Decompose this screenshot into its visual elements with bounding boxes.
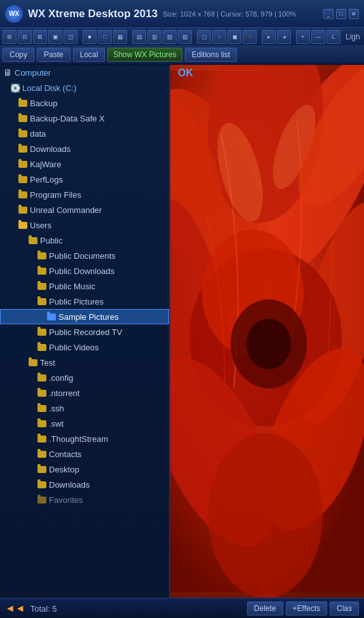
folder-icon-data <box>18 128 28 139</box>
copy-button[interactable]: Copy <box>3 48 34 62</box>
tb-icon-5[interactable]: ◫ <box>64 30 78 44</box>
downloads-user-label: Downloads <box>49 480 90 490</box>
tree-item-local-disk[interactable]: 💽 Local Disk (C:) <box>0 80 169 95</box>
tb-icon-2[interactable]: ⊟ <box>18 30 32 44</box>
tree-item-public[interactable]: Public <box>0 233 169 248</box>
public-label: Public <box>40 236 62 245</box>
tree-item-thoughtstream[interactable]: .ThoughtStream <box>0 431 169 446</box>
tree-item-ntorrent[interactable]: .ntorrent <box>0 385 169 401</box>
folder-icon-backup <box>18 98 28 108</box>
folder-icon-program-files <box>18 189 28 200</box>
tree-item-data[interactable]: data <box>0 126 169 141</box>
tb-icon-1[interactable]: ⊞ <box>3 30 17 44</box>
tree-item-favorites[interactable]: Favorites <box>0 492 169 507</box>
maximize-button[interactable]: □ <box>336 9 346 19</box>
delete-button[interactable]: Delete <box>247 601 283 615</box>
tb-icon-13[interactable]: ◻ <box>197 30 211 44</box>
app-logo: WX <box>5 5 23 23</box>
show-wx-button[interactable]: Show WX Pictures <box>107 48 182 62</box>
tree-item-test[interactable]: Test <box>0 355 169 370</box>
tree-item-public-videos[interactable]: Public Videos <box>0 340 169 355</box>
tb-icon-21[interactable]: L <box>327 30 340 44</box>
tree-item-downloads-c[interactable]: Downloads <box>0 141 169 156</box>
total-label: Total: 5 <box>30 604 57 614</box>
editions-button[interactable]: Editions list <box>185 48 238 62</box>
tree-item-program-files[interactable]: Program Files <box>0 187 169 202</box>
backup-data-label: Backup-Data Safe X <box>30 114 105 123</box>
favorites-label: Favorites <box>49 495 83 505</box>
tree-item-backup-data[interactable]: Backup-Data Safe X <box>0 111 169 126</box>
disk-icon: 💽 <box>10 83 20 93</box>
ok-button[interactable]: OK <box>170 65 201 81</box>
file-tree-panel[interactable]: 🖥 Computer 💽 Local Disk (C:) Backup Back… <box>0 65 170 598</box>
svg-point-12 <box>208 433 323 598</box>
tb-icon-19[interactable]: + <box>296 30 310 44</box>
tree-item-config[interactable]: .config <box>0 370 169 385</box>
public-documents-label: Public Documents <box>49 251 116 261</box>
tb-icon-15[interactable]: ◼ <box>227 30 241 44</box>
folder-icon-public-music <box>37 281 47 291</box>
config-label: .config <box>49 373 73 383</box>
backup-label: Backup <box>30 99 57 108</box>
folder-icon-downloads-c <box>18 144 28 154</box>
flower-image <box>170 65 364 598</box>
ssh-label: .ssh <box>49 404 64 413</box>
toolbar-row-1: ⊞ ⊟ ⊠ ▣ ◫ ■ □ ▦ ▤ ▥ ▧ ▨ ◻ ▫ ◼ ◾ ▸ ◂ + — … <box>0 28 364 46</box>
tb-icon-18[interactable]: ◂ <box>277 30 291 44</box>
public-recorded-label: Public Recorded TV <box>49 327 122 337</box>
tree-item-downloads-user[interactable]: Downloads <box>0 477 169 492</box>
tb-icon-14[interactable]: ▫ <box>212 30 226 44</box>
window-controls: _ □ ✕ <box>323 9 359 19</box>
folder-icon-public-recorded <box>37 327 47 337</box>
folder-icon-ssh <box>37 403 47 413</box>
tree-item-public-downloads[interactable]: Public Downloads <box>0 263 169 278</box>
tb-icon-10[interactable]: ▥ <box>147 30 161 44</box>
toolbar-row-2: Copy Paste Local Show WX Pictures Editio… <box>0 46 364 65</box>
tb-icon-7[interactable]: □ <box>98 30 112 44</box>
tree-item-public-documents[interactable]: Public Documents <box>0 248 169 263</box>
tree-item-computer[interactable]: 🖥 Computer <box>0 65 169 80</box>
clas-button[interactable]: Clas <box>330 601 359 615</box>
ntorrent-label: .ntorrent <box>49 388 79 398</box>
tb-icon-11[interactable]: ▧ <box>163 30 177 44</box>
tb-icon-16[interactable]: ◾ <box>243 30 257 44</box>
close-button[interactable]: ✕ <box>349 9 359 19</box>
tb-icon-9[interactable]: ▤ <box>132 30 146 44</box>
paste-button[interactable]: Paste <box>37 48 71 62</box>
folder-icon-kajware <box>18 159 28 169</box>
computer-icon: 🖥 <box>3 67 13 78</box>
title-bar: WX WX Xtreme Desktop 2013 Size: 1024 x 7… <box>0 0 364 28</box>
tb-icon-8[interactable]: ▦ <box>113 30 127 44</box>
tree-item-desktop[interactable]: Desktop <box>0 462 169 477</box>
tree-item-swt[interactable]: .swt <box>0 416 169 431</box>
tree-item-public-music[interactable]: Public Music <box>0 278 169 294</box>
tree-item-contacts[interactable]: Contacts <box>0 446 169 462</box>
minimize-button[interactable]: _ <box>323 9 334 19</box>
folder-icon-favorites <box>37 495 47 505</box>
folder-icon-public <box>28 235 38 245</box>
tree-item-kajware[interactable]: KajWare <box>0 156 169 172</box>
tree-item-public-recorded[interactable]: Public Recorded TV <box>0 324 169 340</box>
tree-item-ssh[interactable]: .ssh <box>0 401 169 416</box>
tree-item-public-pictures[interactable]: Public Pictures <box>0 294 169 309</box>
tree-item-backup[interactable]: Backup <box>0 95 169 111</box>
tree-item-unreal-commander[interactable]: Unreal Commander <box>0 202 169 217</box>
public-music-label: Public Music <box>49 282 95 291</box>
tb-icon-3[interactable]: ⊠ <box>33 30 47 44</box>
tb-icon-4[interactable]: ▣ <box>48 30 62 44</box>
test-label: Test <box>40 358 55 367</box>
tb-icon-17[interactable]: ▸ <box>262 30 276 44</box>
tree-item-perflogs[interactable]: PerfLogs <box>0 172 169 187</box>
users-label: Users <box>30 221 51 230</box>
computer-label: Computer <box>15 68 51 78</box>
tb-icon-20[interactable]: — <box>311 30 325 44</box>
kajware-label: KajWare <box>30 160 61 169</box>
local-button[interactable]: Local <box>73 48 105 62</box>
effects-button[interactable]: +Effects <box>286 601 327 615</box>
tb-icon-12[interactable]: ▨ <box>178 30 192 44</box>
tree-item-sample-pictures[interactable]: Sample Pictures <box>0 309 169 324</box>
tree-item-users[interactable]: Users <box>0 217 169 233</box>
folder-icon-desktop <box>37 464 47 474</box>
tb-icon-6[interactable]: ■ <box>83 30 97 44</box>
folder-icon-downloads-user <box>37 479 47 490</box>
